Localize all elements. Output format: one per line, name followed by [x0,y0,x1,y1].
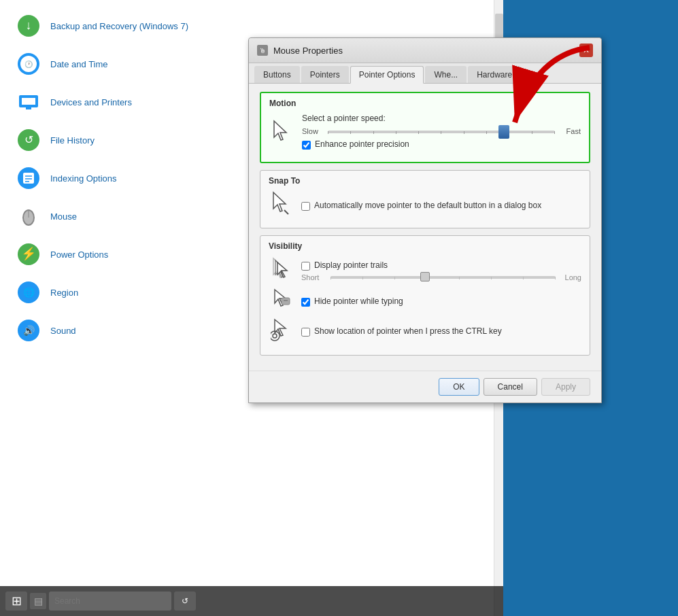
tab-hardware[interactable]: Hardware [468,66,521,83]
snapto-cursor-icon [269,191,293,216]
trails-cursor-icon [269,257,293,281]
scrollbar-thumb[interactable] [495,14,503,41]
mouse-label[interactable]: Mouse [50,211,77,222]
dialog-buttons: OK Cancel Apply [249,371,601,403]
power-label[interactable]: Power Options [50,250,108,260]
svg-point-35 [273,334,277,338]
power-icon: ⚡ [15,241,42,268]
speed-label: Select a pointer speed: [302,114,581,123]
automove-row: Automatically move pointer to the defaul… [301,201,581,211]
search-input[interactable] [49,592,171,611]
backup-label[interactable]: Backup and Recovery (Windows 7) [50,21,188,31]
slow-label: Slow [302,127,322,135]
hide-typing-icon [269,287,293,311]
long-label: Long [561,273,581,281]
svg-rect-31 [282,298,290,305]
trails-slider[interactable] [330,275,556,280]
show-location-checkbox[interactable] [301,328,310,337]
visibility-section: Visibility Display pointer trails [260,235,590,356]
svg-text:🕐: 🕐 [24,60,33,69]
display-trails-checkbox[interactable] [301,262,310,271]
taskview-button[interactable]: ▤ [30,593,46,609]
devices-icon [15,88,42,116]
snapto-row: Automatically move pointer to the defaul… [269,191,581,216]
mouse-icon [15,203,42,230]
speed-slider[interactable] [328,130,555,133]
motion-controls: Select a pointer speed: Slow [302,114,581,150]
hide-typing-row: Hide pointer while typing [269,287,581,311]
svg-text:↺: ↺ [24,134,33,146]
indexing-icon [15,165,42,192]
automove-label[interactable]: Automatically move pointer to the defaul… [314,201,541,210]
enhance-precision-label[interactable]: Enhance pointer precision [315,139,409,149]
datetime-icon: 🕐 [15,50,42,78]
tab-pointer-options[interactable]: Pointer Options [350,66,424,84]
tab-pointers[interactable]: Pointers [301,66,349,83]
svg-text:🔊: 🔊 [23,325,35,337]
ok-button[interactable]: OK [439,378,479,396]
refresh-button[interactable]: ↺ [174,592,196,611]
motion-label: Motion [269,99,581,108]
tab-buttons[interactable]: Buttons [254,66,300,83]
hide-typing-checkbox-row: Hide pointer while typing [301,296,581,307]
hide-typing-checkbox[interactable] [301,298,310,307]
snapto-section: Snap To Automatically move pointer to th… [260,170,590,228]
indexing-label[interactable]: Indexing Options [50,173,117,184]
show-location-row: Show location of pointer when I press th… [269,317,581,341]
dialog-titlebar: 🖱 Mouse Properties ✕ [249,38,601,63]
slider-track [328,131,555,133]
hide-typing-label[interactable]: Hide pointer while typing [314,296,403,306]
show-location-icon [269,317,293,341]
motion-section: Motion Select a pointer speed: Slow [260,92,590,163]
speed-slider-thumb[interactable] [498,125,509,139]
motion-row: Select a pointer speed: Slow [269,114,581,150]
dialog-title: 🖱 Mouse Properties [257,45,343,56]
cancel-button[interactable]: Cancel [484,378,537,396]
svg-text:⚡: ⚡ [21,246,37,261]
dialog-title-text: Mouse Properties [273,46,343,56]
display-trails-label[interactable]: Display pointer trails [314,260,388,270]
fast-label: Fast [560,127,581,135]
show-location-checkbox-row: Show location of pointer when I press th… [301,326,581,337]
svg-marker-24 [274,121,286,140]
speed-slider-row: Slow [302,127,581,135]
show-location-label[interactable]: Show location of pointer when I press th… [314,326,502,336]
start-button[interactable]: ⊞ [5,592,27,611]
sound-icon: 🔊 [15,317,42,344]
enhance-precision-checkbox[interactable] [302,141,311,150]
region-label[interactable]: Region [50,288,78,298]
motion-cursor-icon [269,120,294,144]
trails-slider-row: Short [301,273,581,281]
dialog-tabs: Buttons Pointers Pointer Options Whe... … [249,63,601,84]
snapto-label: Snap To [269,176,581,186]
display-trails-row: Display pointer trails Short [269,256,581,281]
dialog-title-icon: 🖱 [257,45,268,56]
trails-slider-track [330,276,556,279]
svg-marker-33 [275,320,286,336]
filehistory-icon: ↺ [15,126,42,154]
automove-checkbox[interactable] [301,202,310,211]
devices-label[interactable]: Devices and Printers [50,97,132,107]
mouse-properties-dialog: 🖱 Mouse Properties ✕ Buttons Pointers Po… [248,37,602,403]
trails-controls: Display pointer trails Short [301,256,581,281]
dialog-content: Motion Select a pointer speed: Slow [249,84,601,371]
region-icon: 🌐 [15,279,42,306]
svg-rect-6 [22,98,35,105]
display-trails-checkbox-row: Display pointer trails [301,260,581,271]
svg-marker-25 [273,192,286,211]
tab-wheel[interactable]: Whe... [425,66,467,83]
trails-slider-thumb[interactable] [420,272,430,281]
svg-line-26 [284,210,288,214]
filehistory-label[interactable]: File History [50,135,95,146]
taskbar: ⊞ ▤ ↺ [0,586,503,616]
backup-icon: ↓ [15,12,42,39]
enhance-precision-row: Enhance pointer precision [302,139,581,150]
datetime-label[interactable]: Date and Time [50,59,108,69]
svg-text:🌐: 🌐 [23,287,35,298]
dialog-close-button[interactable]: ✕ [579,44,593,57]
apply-button[interactable]: Apply [541,378,590,396]
visibility-label: Visibility [269,241,581,251]
svg-rect-7 [26,107,31,109]
sound-label[interactable]: Sound [50,326,76,336]
svg-text:↓: ↓ [26,18,32,32]
